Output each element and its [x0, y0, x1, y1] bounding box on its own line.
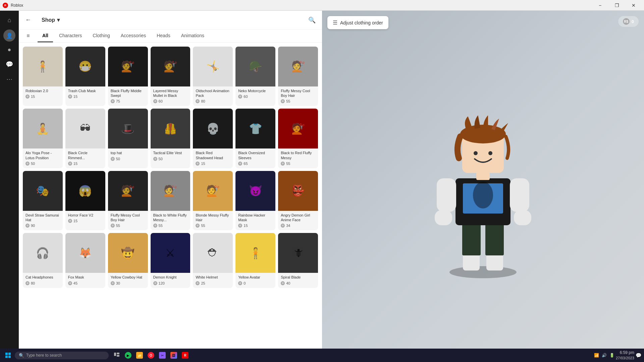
item-card[interactable]: 💇Blonde Messy Fluffy Hair⊙55 — [193, 171, 233, 230]
sidebar: ⌂ 👤 ● 💬 ⋯ — [0, 11, 19, 362]
item-card[interactable]: 💇Black to White Fluffy Messy...⊙55 — [151, 171, 191, 230]
item-card[interactable]: 😷Trash Club Mask⊙15 — [65, 47, 105, 106]
tab-clothing[interactable]: Clothing — [88, 29, 114, 42]
sidebar-item-more[interactable]: ⋯ — [3, 72, 16, 86]
svg-point-15 — [488, 151, 492, 155]
item-price: ⊙55 — [281, 162, 315, 166]
back-button[interactable]: ← — [23, 15, 34, 25]
item-card[interactable]: 🪖Neko Motorcycle⊙60 — [235, 47, 275, 106]
item-name: Black Fluffy Middle Swept — [111, 88, 145, 98]
item-card[interactable]: 💇Fluffy Messy Cool Boy Hair⊙55 — [108, 171, 148, 230]
sidebar-item-home[interactable]: ⌂ — [3, 13, 16, 27]
files-button[interactable]: 📁 — [134, 350, 145, 361]
item-thumbnail: ⚔ — [151, 233, 191, 273]
close-button[interactable]: ✕ — [626, 0, 641, 11]
sidebar-item-chat[interactable]: 💬 — [3, 58, 16, 71]
tab-accessories[interactable]: Accessories — [116, 29, 151, 42]
item-card[interactable]: 🎭Devil Straw Samurai Hat⊙90 — [23, 171, 63, 230]
sidebar-item-avatar[interactable]: 👤 — [3, 28, 16, 42]
top-bar: ← Shop ▾ 🔍 — [19, 11, 322, 29]
snip-button[interactable]: ✂ — [157, 350, 168, 361]
minimize-button[interactable]: − — [592, 0, 608, 11]
item-card[interactable]: 🗡Spiral Blade⊙40 — [278, 233, 318, 288]
item-thumbnail: 🤠 — [108, 233, 148, 273]
item-thumbnail: 💇 — [151, 171, 191, 211]
notification-icon[interactable]: 💬 — [636, 353, 641, 358]
price-value: 120 — [159, 281, 165, 285]
item-card[interactable]: 🤠Yellow Cowboy Hat⊙30 — [108, 233, 148, 288]
taskbar-search[interactable]: 🔍 Type here to search — [15, 352, 109, 359]
item-card[interactable]: ⛑White Helmet⊙25 — [193, 233, 233, 288]
item-card[interactable]: 🧍Yellow Avatar⊙0 — [235, 233, 275, 288]
robux-icon: ⊙ — [25, 162, 30, 166]
item-card[interactable]: 😱Horror Face V2⊙15 — [65, 171, 105, 230]
speaker-icon: 🔊 — [602, 353, 607, 358]
item-card[interactable]: 🦊Fox Mask⊙45 — [65, 233, 105, 288]
adjust-clothing-button[interactable]: ☰ Adjust clothing order — [327, 16, 388, 29]
item-price: ⊙55 — [153, 224, 188, 228]
price-value: 30 — [116, 281, 120, 285]
item-name: Black to Red Fluffy Messy — [281, 150, 315, 160]
item-price: ⊙15 — [196, 162, 230, 166]
tab-animations[interactable]: Animations — [176, 29, 209, 42]
item-price: ⊙50 — [111, 157, 145, 161]
taskview-icon — [114, 353, 119, 358]
item-card[interactable]: 🎧Cat Headphones⊙80 — [23, 233, 63, 288]
price-value: 80 — [201, 99, 205, 103]
robux-icon: ⊙ — [111, 99, 115, 103]
item-card[interactable]: 🤸Oldschool Animation Pack⊙80 — [193, 47, 233, 106]
shop-title-button[interactable]: Shop ▾ — [38, 15, 64, 25]
item-name: Yellow Avatar — [238, 275, 273, 280]
item-card[interactable]: 😈Rainbow Hacker Mask⊙15 — [235, 171, 275, 230]
item-card[interactable]: 🦺Tactical Elite Vest⊙50 — [151, 109, 191, 168]
item-thumbnail: 💀 — [193, 109, 233, 148]
item-card[interactable]: 🕶Black Circle Rimmed...⊙15 — [65, 109, 105, 168]
photos-button[interactable]: 🖼 — [168, 350, 179, 361]
price-value: 34 — [286, 224, 290, 228]
item-card[interactable]: 💇Layered Messy Mullet in Black⊙60 — [151, 47, 191, 106]
tab-all[interactable]: All — [38, 29, 53, 42]
price-value: 50 — [31, 162, 35, 166]
item-name: Devil Straw Samurai Hat — [25, 213, 60, 223]
item-card[interactable]: 👕Black Oversized Sleeves⊙65 — [235, 109, 275, 168]
snip-icon: ✂ — [159, 352, 166, 359]
robux-icon: ⊙ — [25, 281, 30, 285]
price-value: 15 — [73, 162, 77, 166]
robux-icon: ⊙ — [68, 281, 72, 285]
robux-icon: R$ — [623, 18, 630, 25]
item-card[interactable]: 💇Fluffy Messy Cool Boy Hair⊙55 — [278, 47, 318, 106]
character-svg — [419, 105, 547, 279]
start-button[interactable] — [3, 350, 13, 361]
sidebar-item-discovery[interactable]: ● — [3, 43, 16, 56]
spotify-icon: ▶ — [125, 352, 131, 359]
price-value: 55 — [286, 99, 290, 103]
restore-button[interactable]: ❐ — [609, 0, 625, 11]
roblox-taskbar-button[interactable]: R — [180, 350, 191, 361]
tab-heads[interactable]: Heads — [152, 29, 175, 42]
item-card[interactable]: 🎩top hat⊙50 — [108, 109, 148, 168]
item-card[interactable]: ⚔Demon Knight⊙120 — [151, 233, 191, 288]
adjust-label: Adjust clothing order — [340, 20, 383, 25]
search-button[interactable]: 🔍 — [306, 14, 318, 26]
item-card[interactable]: 💇Black Fluffy Middle Swept⊙75 — [108, 47, 148, 106]
robux-icon: ⊙ — [25, 95, 30, 99]
robux-icon: ⊙ — [196, 281, 200, 285]
item-card[interactable]: 💇Black to Red Fluffy Messy⊙55 — [278, 109, 318, 168]
shop-body[interactable]: 🧍Robloxian 2.0⊙15😷Trash Club Mask⊙15💇Bla… — [19, 43, 322, 362]
item-name: Cat Headphones — [25, 275, 60, 280]
robux-icon: ⊙ — [68, 219, 72, 223]
item-card[interactable]: 💀Black Red Shadowed Head⊙15 — [193, 109, 233, 168]
main-content: ← Shop ▾ 🔍 ≡ All Characters Clothing Acc… — [19, 11, 322, 362]
opera-button[interactable]: O — [146, 350, 156, 361]
window-controls: − ❐ ✕ — [592, 0, 641, 11]
svg-point-14 — [474, 151, 478, 155]
tab-characters[interactable]: Characters — [54, 29, 87, 42]
item-card[interactable]: 🧘Alo Yoga Pose - Lotus Position⊙50 — [23, 109, 63, 168]
item-card[interactable]: 👺Angry Demon Girl Anime Face⊙34 — [278, 171, 318, 230]
user-avatar[interactable]: 👤 — [3, 29, 15, 42]
item-card[interactable]: 🧍Robloxian 2.0⊙15 — [23, 47, 63, 106]
taskview-button[interactable] — [111, 350, 122, 361]
windows-icon — [5, 353, 11, 358]
filter-button[interactable]: ≡ — [23, 31, 34, 41]
spotify-button[interactable]: ▶ — [123, 350, 133, 361]
